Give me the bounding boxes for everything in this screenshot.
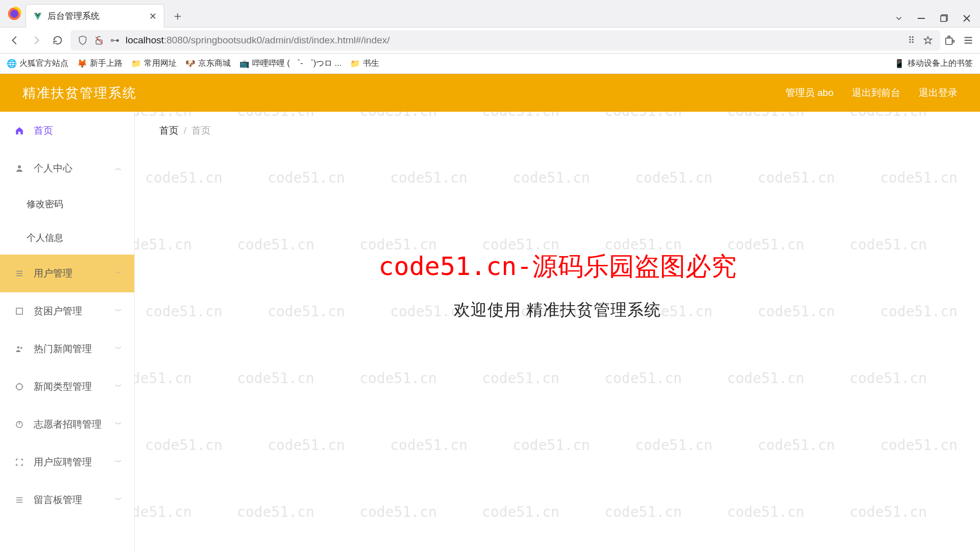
svg-rect-4	[941, 16, 946, 21]
main-content: 首页 / 首页 code51.cn-源码乐园盗图必究 欢迎使用 精准扶贫管理系统	[135, 112, 980, 551]
bookmark-star-icon[interactable]	[923, 35, 933, 45]
sidebar-sub-change-password[interactable]: 修改密码	[0, 187, 134, 221]
chevron-down-icon: ﹀	[115, 307, 122, 316]
sidebar-item-profile[interactable]: 个人中心 ︿	[0, 149, 134, 187]
sidebar-item-home[interactable]: 首页	[0, 112, 134, 149]
svg-point-13	[16, 384, 22, 390]
bookmark-item[interactable]: 📁书生	[351, 58, 379, 69]
folder-icon: 📁	[351, 59, 360, 68]
box-icon	[14, 306, 24, 316]
bookmark-item[interactable]: 📁常用网址	[132, 58, 177, 69]
window-restore-icon[interactable]	[940, 14, 948, 22]
tab-close-icon[interactable]: ✕	[149, 11, 157, 22]
translate-icon[interactable]: ⠿	[908, 35, 915, 46]
extensions-icon[interactable]	[944, 35, 955, 46]
svg-point-12	[20, 347, 22, 349]
target-icon	[14, 382, 24, 392]
list-icon	[14, 268, 24, 279]
sidebar-item-label: 志愿者招聘管理	[34, 418, 102, 431]
chevron-down-icon: ﹀	[115, 382, 122, 391]
sidebar-item-news-mgmt[interactable]: 热门新闻管理 ﹀	[0, 330, 134, 368]
bookmark-item[interactable]: 🦊新手上路	[78, 58, 122, 69]
sidebar-item-msgboard[interactable]: 留言板管理 ﹀	[0, 481, 134, 519]
mobile-icon: 📱	[894, 59, 904, 68]
app-brand: 精准扶贫管理系统	[22, 84, 137, 102]
sidebar-item-label: 贫困户管理	[34, 305, 82, 318]
sidebar-item-label: 个人中心	[34, 162, 72, 175]
app-header: 精准扶贫管理系统 管理员 abo 退出到前台 退出登录	[0, 74, 980, 112]
lock-open-icon[interactable]	[94, 35, 104, 45]
svg-rect-8	[952, 40, 954, 42]
breadcrumb-current: 首页	[191, 124, 211, 137]
new-tab-button[interactable]: ＋	[168, 7, 187, 25]
svg-rect-6	[946, 38, 952, 44]
sidebar-item-label: 留言板管理	[34, 493, 82, 507]
mobile-bookmarks[interactable]: 📱移动设备上的书签	[894, 58, 973, 69]
breadcrumb-root[interactable]: 首页	[159, 124, 179, 137]
svg-point-9	[18, 165, 21, 168]
sidebar-item-label: 用户应聘管理	[34, 456, 92, 469]
welcome-text: 欢迎使用 精准扶贫管理系统	[454, 299, 661, 321]
sidebar-item-label: 热门新闻管理	[34, 342, 92, 356]
svg-rect-7	[948, 36, 950, 38]
window-close-icon[interactable]	[963, 14, 971, 22]
people-icon	[14, 344, 24, 354]
to-frontend-link[interactable]: 退出到前台	[852, 86, 900, 99]
sidebar-item-label: 首页	[34, 124, 53, 137]
reload-button[interactable]	[49, 32, 66, 49]
shield-icon[interactable]	[78, 35, 88, 45]
forward-button[interactable]	[28, 32, 45, 49]
vue-favicon-icon	[33, 12, 42, 21]
window-controls	[894, 14, 980, 27]
connection-icon[interactable]: ⊶	[110, 35, 119, 46]
chevron-down-icon: ﹀	[115, 495, 122, 505]
url-text: localhost:8080/springbootsudk0/admin/dis…	[126, 35, 390, 46]
window-minimize-icon[interactable]	[918, 14, 926, 22]
sidebar-item-user-mgmt[interactable]: 用户管理 ﹀	[0, 255, 134, 292]
browser-tab-active[interactable]: 后台管理系统 ✕	[26, 4, 164, 28]
url-input[interactable]: ⊶ localhost:8080/springbootsudk0/admin/d…	[70, 30, 940, 51]
svg-point-11	[17, 346, 20, 349]
corners-icon	[14, 457, 24, 467]
user-icon	[14, 163, 24, 173]
bookmarks-toolbar: 🌐火狐官方站点 🦊新手上路 📁常用网址 🐶京东商城 📺哔哩哔哩 ( ゜- ゜)つ…	[0, 54, 980, 74]
breadcrumb: 首页 / 首页	[159, 124, 955, 137]
tabs-dropdown-icon[interactable]	[894, 14, 903, 23]
app-menu-icon[interactable]	[963, 35, 974, 46]
chevron-down-icon: ﹀	[115, 344, 122, 354]
sidebar-item-label: 新闻类型管理	[34, 380, 92, 393]
sidebar-item-apply[interactable]: 用户应聘管理 ﹀	[0, 443, 134, 481]
sidebar-item-news-type[interactable]: 新闻类型管理 ﹀	[0, 368, 134, 406]
browser-chrome: 后台管理系统 ✕ ＋ ⊶ localhost:8080/springbootsu…	[0, 0, 980, 74]
logout-link[interactable]: 退出登录	[919, 86, 958, 99]
chevron-down-icon: ﹀	[115, 269, 122, 278]
bookmark-item[interactable]: 📺哔哩哔哩 ( ゜- ゜)つロ ...	[240, 58, 341, 69]
sidebar-item-poor-mgmt[interactable]: 贫困户管理 ﹀	[0, 292, 134, 330]
sidebar: 首页 个人中心 ︿ 修改密码 个人信息 用户管理 ﹀ 贫困户管理 ﹀ 热门新闻管…	[0, 112, 135, 551]
sidebar-item-label: 用户管理	[34, 267, 72, 280]
home-icon	[14, 126, 24, 136]
chevron-down-icon: ﹀	[115, 458, 122, 467]
chevron-down-icon: ﹀	[115, 420, 122, 429]
sidebar-item-volunteer[interactable]: 志愿者招聘管理 ﹀	[0, 406, 134, 443]
watermark-title: code51.cn-源码乐园盗图必究	[378, 249, 736, 284]
menu-icon	[14, 495, 24, 505]
svg-rect-10	[16, 308, 22, 314]
firefox-small-icon: 🦊	[78, 59, 87, 68]
bilibili-icon: 📺	[240, 59, 249, 68]
tab-title: 后台管理系统	[47, 10, 144, 22]
folder-icon: 📁	[132, 59, 141, 68]
chevron-up-icon: ︿	[115, 164, 122, 173]
tab-strip: 后台管理系统 ✕ ＋	[0, 0, 980, 27]
svg-point-1	[10, 10, 18, 18]
bookmark-item[interactable]: 🌐火狐官方站点	[7, 58, 68, 69]
sidebar-sub-profile-info[interactable]: 个人信息	[0, 221, 134, 255]
jd-icon: 🐶	[186, 59, 195, 68]
power-icon	[14, 419, 24, 430]
back-button[interactable]	[6, 32, 23, 49]
svg-rect-2	[918, 18, 925, 19]
firefox-logo-icon[interactable]	[3, 3, 26, 25]
user-label[interactable]: 管理员 abo	[786, 86, 834, 99]
address-bar: ⊶ localhost:8080/springbootsudk0/admin/d…	[0, 27, 980, 54]
bookmark-item[interactable]: 🐶京东商城	[186, 58, 231, 69]
